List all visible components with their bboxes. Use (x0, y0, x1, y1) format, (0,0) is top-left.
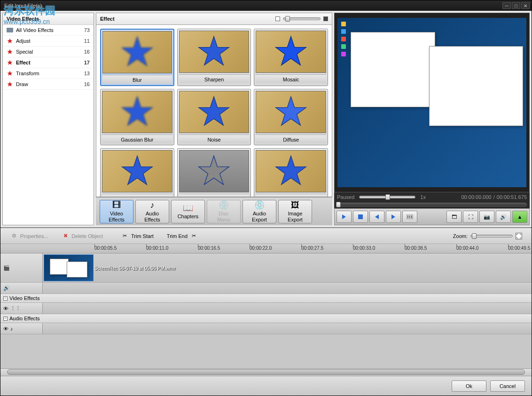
trim-end-button[interactable]: Trim End✂ (167, 232, 198, 240)
preview-controls: 🗔 ⛶ 📷 🔊 ▲ (334, 208, 530, 225)
zoom-fit-button[interactable]: ⛶ (516, 233, 522, 239)
effect-label: Gaussian Blur (102, 135, 172, 143)
titlebar: Edit Input File(s) ─ □ ✕ (0, 0, 532, 11)
effect-noise[interactable]: Noise (177, 89, 251, 145)
effect-motion-blur[interactable]: Motion Blur (100, 148, 174, 197)
sidebar-item-transform[interactable]: Transform13 (3, 68, 94, 79)
video-effects-head[interactable]: 👁⋮⋮ (0, 303, 43, 314)
effect-icon: ⋮⋮ (10, 305, 21, 311)
effect-sharpen[interactable]: Sharpen (177, 29, 251, 86)
tab-label: ImageExport (288, 211, 303, 222)
svg-marker-8 (122, 97, 152, 126)
video-effects-body[interactable] (43, 303, 532, 314)
trim-start-icon: ✂ (121, 232, 129, 240)
film-icon: 🎬 (3, 265, 10, 271)
cancel-button[interactable]: Cancel (490, 380, 525, 392)
stop-button[interactable] (353, 211, 368, 223)
preview-speed: 1x (420, 194, 426, 200)
effect-gaussian-blur[interactable]: Gaussian Blur (100, 89, 174, 145)
tab-chapters[interactable]: 📖Chapters (171, 200, 205, 223)
folder-icon (7, 27, 13, 33)
zoom-slider[interactable] (470, 235, 513, 238)
video-clip[interactable] (44, 254, 94, 281)
effect-label: Mosaic (256, 74, 326, 83)
sidebar-item-all-video-effects[interactable]: All Video Effects73 (3, 25, 94, 36)
audio-effects-group[interactable]: −Audio Effects (0, 314, 532, 323)
timeline-scrollbar[interactable] (0, 368, 532, 376)
window-title: Edit Input File(s) (2, 3, 502, 8)
ruler-tick: 00:00:49.5 (508, 246, 530, 251)
play-button[interactable] (336, 211, 352, 223)
prev-frame-button[interactable] (369, 211, 384, 223)
sidebar-item-special[interactable]: Special16 (3, 47, 94, 57)
maximize-button[interactable]: □ (512, 2, 520, 9)
sidebar-item-count: 16 (84, 49, 90, 55)
effect-minimal[interactable]: Minimal (254, 148, 328, 197)
folder-icon (7, 28, 13, 32)
effect-emboss[interactable]: Emboss (177, 148, 251, 197)
next-frame-button[interactable] (386, 211, 401, 223)
volume-button[interactable]: 🔊 (496, 211, 511, 223)
gear-icon: ⚙ (10, 232, 18, 240)
effect-label: Emboss (179, 194, 250, 197)
ruler-tick: 00:00:38.5 (405, 246, 427, 251)
preview-seek[interactable] (334, 202, 530, 208)
audio-effects-track: 👁♪ (0, 323, 532, 334)
app-window: 河东软件园 www.pc0359.cn Edit Input File(s) ─… (0, 0, 532, 396)
sidebar-item-effect[interactable]: Effect17 (3, 57, 94, 68)
effect-mosaic[interactable]: Mosaic (254, 29, 328, 86)
aexport-icon: 💿 (254, 200, 265, 210)
sidebar-item-count: 13 (84, 71, 90, 76)
audio-effects-head[interactable]: 👁♪ (0, 323, 43, 334)
upper-panel: Video Effects All Video Effects73Adjust1… (0, 11, 532, 227)
tab-audio-export[interactable]: 💿AudioExport (243, 200, 276, 223)
view-toggle-2[interactable] (323, 16, 328, 21)
tab-audio-effects[interactable]: ♪AudioEffects (135, 200, 169, 223)
tab-video-effects[interactable]: 🎞VideoEffects (100, 200, 133, 223)
tab-label: AudioEffects (144, 211, 160, 222)
video-effects-group[interactable]: −Video Effects (0, 294, 532, 303)
properties-button[interactable]: ⚙Properties... (10, 232, 48, 240)
ruler-tick: 00:00:44.0 (456, 246, 478, 251)
tab-image-export[interactable]: 🖼ImageExport (278, 200, 312, 223)
audio-effects-body[interactable] (43, 323, 532, 334)
preview-speed-slider[interactable] (359, 196, 415, 198)
center-panel: Effect BlurSharpenMosaicGaussian BlurNoi… (96, 13, 332, 225)
close-button[interactable]: ✕ (521, 2, 530, 9)
audio-wave-body[interactable] (43, 283, 532, 293)
svg-marker-2 (8, 60, 13, 65)
ruler-tick: 00:00:27.5 (301, 246, 323, 251)
sidebar-item-draw[interactable]: Draw16 (3, 79, 94, 90)
preview-tool-2[interactable]: ⛶ (463, 211, 478, 223)
preview-tool-1[interactable]: 🗔 (446, 211, 462, 223)
tab-label: Chapters (178, 214, 199, 219)
thumbnail-size-slider[interactable] (283, 17, 321, 20)
sidebar-item-adjust[interactable]: Adjust11 (3, 36, 94, 47)
video-track-body[interactable]: ScreenRec 06-07-19 at 05.06 PM.wmv (43, 253, 532, 282)
effect-blur[interactable]: Blur (100, 29, 174, 86)
sidebar-item-count: 11 (84, 38, 90, 44)
minimize-button[interactable]: ─ (502, 2, 511, 9)
effect-diffuse[interactable]: Diffuse (254, 89, 328, 145)
effect-thumbnail (102, 91, 172, 133)
step-button[interactable] (402, 211, 417, 223)
collapse-icon: − (3, 317, 8, 321)
snapshot-button[interactable]: 📷 (479, 211, 494, 223)
trim-start-button[interactable]: ✂Trim Start (121, 232, 154, 240)
svg-marker-3 (8, 71, 13, 76)
timeline-ruler[interactable]: 00:00:05.500:00:11.000:00:16.500:00:22.0… (0, 244, 532, 253)
video-track-head[interactable]: 🎬 (0, 253, 43, 282)
tab-label: AudioExport (252, 211, 267, 222)
zoom-label: Zoom: (453, 233, 468, 239)
ok-button[interactable]: Ok (452, 380, 486, 392)
audio-wave-head[interactable]: 🔊 (0, 283, 43, 293)
preview-pane: Paused 1x 00:00:00.000 / 00:00:51.675 🗔 … (334, 13, 530, 225)
preview-tool-3[interactable]: ▲ (512, 211, 527, 223)
timeline-tracks: 🎬 ScreenRec 06-07-19 at 05.06 PM.wmv 🔊 −… (0, 253, 532, 368)
view-toggle-1[interactable] (275, 16, 280, 21)
svg-marker-5 (122, 37, 152, 66)
video-icon: 🎞 (111, 200, 122, 210)
svg-marker-11 (122, 156, 152, 185)
delete-object-button[interactable]: ✖Delete Object (61, 232, 103, 240)
ruler-tick: 00:00:16.5 (198, 246, 220, 251)
